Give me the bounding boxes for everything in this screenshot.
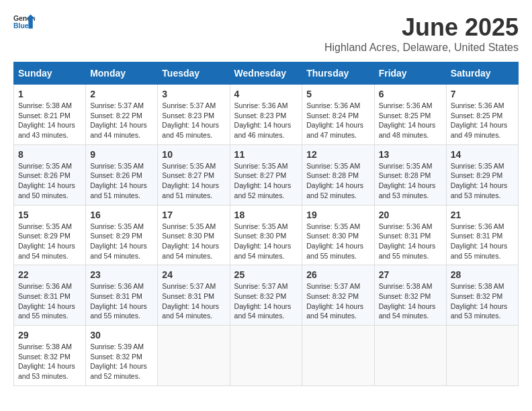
- day-number: 16: [90, 210, 153, 220]
- calendar-day-13: 13Sunrise: 5:35 AMSunset: 8:28 PMDayligh…: [374, 144, 446, 205]
- calendar-day-1: 1Sunrise: 5:38 AMSunset: 8:21 PMDaylight…: [14, 85, 86, 145]
- day-info: Sunrise: 5:37 AMSunset: 8:32 PMDaylight:…: [234, 281, 298, 321]
- day-number: 26: [306, 269, 369, 280]
- day-info: Sunrise: 5:37 AMSunset: 8:23 PMDaylight:…: [162, 101, 225, 140]
- calendar-day-10: 10Sunrise: 5:35 AMSunset: 8:27 PMDayligh…: [158, 144, 230, 205]
- day-number: 3: [162, 89, 225, 99]
- calendar-day-12: 12Sunrise: 5:35 AMSunset: 8:28 PMDayligh…: [302, 144, 374, 205]
- empty-cell: [302, 326, 374, 386]
- day-info: Sunrise: 5:36 AMSunset: 8:24 PMDaylight:…: [306, 101, 369, 140]
- calendar-day-5: 5Sunrise: 5:36 AMSunset: 8:24 PMDaylight…: [302, 85, 374, 145]
- calendar: SundayMondayTuesdayWednesdayThursdayFrid…: [13, 62, 519, 386]
- empty-cell: [158, 326, 230, 386]
- day-number: 23: [90, 269, 153, 280]
- day-number: 17: [162, 210, 225, 220]
- location-title: Highland Acres, Delaware, United States: [324, 42, 519, 54]
- day-info: Sunrise: 5:36 AMSunset: 8:25 PMDaylight:…: [451, 101, 514, 140]
- empty-cell: [446, 326, 518, 386]
- calendar-week-1: 1Sunrise: 5:38 AMSunset: 8:21 PMDaylight…: [14, 85, 519, 145]
- day-info: Sunrise: 5:35 AMSunset: 8:30 PMDaylight:…: [162, 222, 225, 261]
- day-number: 12: [306, 149, 369, 160]
- calendar-day-22: 22Sunrise: 5:36 AMSunset: 8:31 PMDayligh…: [14, 265, 86, 326]
- day-number: 20: [379, 210, 442, 220]
- day-info: Sunrise: 5:35 AMSunset: 8:28 PMDaylight:…: [306, 161, 369, 201]
- day-number: 30: [90, 330, 153, 340]
- header-day-wednesday: Wednesday: [230, 62, 302, 85]
- calendar-day-25: 25Sunrise: 5:37 AMSunset: 8:32 PMDayligh…: [230, 265, 302, 326]
- day-info: Sunrise: 5:36 AMSunset: 8:31 PMDaylight:…: [451, 222, 514, 261]
- header-day-sunday: Sunday: [14, 62, 86, 85]
- calendar-day-7: 7Sunrise: 5:36 AMSunset: 8:25 PMDaylight…: [446, 85, 518, 145]
- day-info: Sunrise: 5:39 AMSunset: 8:32 PMDaylight:…: [90, 342, 153, 381]
- calendar-day-17: 17Sunrise: 5:35 AMSunset: 8:30 PMDayligh…: [158, 205, 230, 265]
- calendar-day-2: 2Sunrise: 5:37 AMSunset: 8:22 PMDaylight…: [86, 85, 158, 145]
- calendar-day-3: 3Sunrise: 5:37 AMSunset: 8:23 PMDaylight…: [158, 85, 230, 145]
- day-info: Sunrise: 5:35 AMSunset: 8:27 PMDaylight:…: [234, 161, 298, 201]
- day-info: Sunrise: 5:37 AMSunset: 8:22 PMDaylight:…: [90, 101, 153, 140]
- calendar-week-3: 15Sunrise: 5:35 AMSunset: 8:29 PMDayligh…: [14, 205, 519, 265]
- calendar-day-26: 26Sunrise: 5:37 AMSunset: 8:32 PMDayligh…: [302, 265, 374, 326]
- calendar-day-27: 27Sunrise: 5:38 AMSunset: 8:32 PMDayligh…: [374, 265, 446, 326]
- month-title: June 2025: [324, 13, 519, 42]
- day-number: 29: [18, 330, 81, 340]
- day-number: 4: [234, 89, 298, 99]
- day-number: 6: [379, 89, 442, 99]
- calendar-day-29: 29Sunrise: 5:38 AMSunset: 8:32 PMDayligh…: [14, 326, 86, 386]
- day-number: 5: [306, 89, 369, 99]
- day-number: 9: [90, 149, 153, 160]
- day-info: Sunrise: 5:35 AMSunset: 8:30 PMDaylight:…: [306, 222, 369, 261]
- header-day-monday: Monday: [86, 62, 158, 85]
- day-number: 21: [451, 210, 514, 220]
- calendar-day-20: 20Sunrise: 5:36 AMSunset: 8:31 PMDayligh…: [374, 205, 446, 265]
- day-info: Sunrise: 5:35 AMSunset: 8:26 PMDaylight:…: [18, 161, 81, 201]
- day-number: 14: [451, 149, 514, 160]
- calendar-day-24: 24Sunrise: 5:37 AMSunset: 8:31 PMDayligh…: [158, 265, 230, 326]
- day-info: Sunrise: 5:36 AMSunset: 8:31 PMDaylight:…: [18, 281, 81, 321]
- day-info: Sunrise: 5:35 AMSunset: 8:29 PMDaylight:…: [451, 161, 514, 201]
- day-number: 18: [234, 210, 298, 220]
- empty-cell: [374, 326, 446, 386]
- calendar-day-15: 15Sunrise: 5:35 AMSunset: 8:29 PMDayligh…: [14, 205, 86, 265]
- day-number: 22: [18, 269, 81, 280]
- day-number: 8: [18, 149, 81, 160]
- day-number: 25: [234, 269, 298, 280]
- day-number: 13: [379, 149, 442, 160]
- day-info: Sunrise: 5:38 AMSunset: 8:32 PMDaylight:…: [451, 281, 514, 321]
- day-info: Sunrise: 5:35 AMSunset: 8:30 PMDaylight:…: [234, 222, 298, 261]
- day-info: Sunrise: 5:38 AMSunset: 8:32 PMDaylight:…: [379, 281, 442, 321]
- calendar-day-28: 28Sunrise: 5:38 AMSunset: 8:32 PMDayligh…: [446, 265, 518, 326]
- calendar-day-9: 9Sunrise: 5:35 AMSunset: 8:26 PMDaylight…: [86, 144, 158, 205]
- day-number: 24: [162, 269, 225, 280]
- calendar-day-4: 4Sunrise: 5:36 AMSunset: 8:23 PMDaylight…: [230, 85, 302, 145]
- logo-icon: General Blue: [13, 13, 35, 30]
- calendar-day-6: 6Sunrise: 5:36 AMSunset: 8:25 PMDaylight…: [374, 85, 446, 145]
- day-info: Sunrise: 5:35 AMSunset: 8:28 PMDaylight:…: [379, 161, 442, 201]
- calendar-day-11: 11Sunrise: 5:35 AMSunset: 8:27 PMDayligh…: [230, 144, 302, 205]
- day-info: Sunrise: 5:36 AMSunset: 8:25 PMDaylight:…: [379, 101, 442, 140]
- calendar-day-23: 23Sunrise: 5:36 AMSunset: 8:31 PMDayligh…: [86, 265, 158, 326]
- empty-cell: [230, 326, 302, 386]
- calendar-day-30: 30Sunrise: 5:39 AMSunset: 8:32 PMDayligh…: [86, 326, 158, 386]
- calendar-day-19: 19Sunrise: 5:35 AMSunset: 8:30 PMDayligh…: [302, 205, 374, 265]
- calendar-week-5: 29Sunrise: 5:38 AMSunset: 8:32 PMDayligh…: [14, 326, 519, 386]
- day-info: Sunrise: 5:36 AMSunset: 8:23 PMDaylight:…: [234, 101, 298, 140]
- day-number: 19: [306, 210, 369, 220]
- header: General Blue June 2025 Highland Acres, D…: [13, 13, 519, 54]
- day-number: 2: [90, 89, 153, 99]
- day-info: Sunrise: 5:35 AMSunset: 8:29 PMDaylight:…: [18, 222, 81, 261]
- calendar-day-16: 16Sunrise: 5:35 AMSunset: 8:29 PMDayligh…: [86, 205, 158, 265]
- day-info: Sunrise: 5:37 AMSunset: 8:31 PMDaylight:…: [162, 281, 225, 321]
- day-number: 11: [234, 149, 298, 160]
- calendar-week-4: 22Sunrise: 5:36 AMSunset: 8:31 PMDayligh…: [14, 265, 519, 326]
- day-number: 7: [451, 89, 514, 99]
- day-number: 1: [18, 89, 81, 99]
- day-info: Sunrise: 5:36 AMSunset: 8:31 PMDaylight:…: [90, 281, 153, 321]
- day-info: Sunrise: 5:35 AMSunset: 8:29 PMDaylight:…: [90, 222, 153, 261]
- calendar-day-14: 14Sunrise: 5:35 AMSunset: 8:29 PMDayligh…: [446, 144, 518, 205]
- day-info: Sunrise: 5:38 AMSunset: 8:21 PMDaylight:…: [18, 101, 81, 140]
- day-info: Sunrise: 5:37 AMSunset: 8:32 PMDaylight:…: [306, 281, 369, 321]
- calendar-day-21: 21Sunrise: 5:36 AMSunset: 8:31 PMDayligh…: [446, 205, 518, 265]
- day-info: Sunrise: 5:35 AMSunset: 8:26 PMDaylight:…: [90, 161, 153, 201]
- svg-text:Blue: Blue: [13, 22, 29, 30]
- logo: General Blue: [13, 13, 35, 30]
